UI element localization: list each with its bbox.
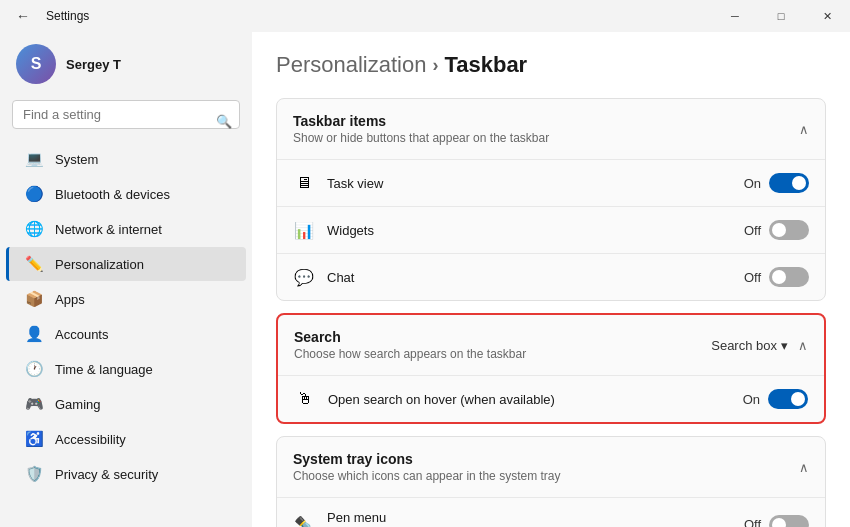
titlebar: ← Settings ─ □ ✕	[0, 0, 850, 32]
toggle-chat[interactable]	[769, 267, 809, 287]
titlebar-left: ← Settings	[12, 6, 89, 26]
toggle-open-search-hover[interactable]	[768, 389, 808, 409]
sidebar-item-accounts[interactable]: 👤 Accounts	[6, 317, 246, 351]
settings-item-open-search-hover: 🖱 Open search on hover (when available) …	[278, 375, 824, 422]
settings-item-widgets: 📊 Widgets Off	[277, 206, 825, 253]
breadcrumb-sep: ›	[432, 55, 438, 76]
toggle-task-view[interactable]	[769, 173, 809, 193]
network-icon: 🌐	[25, 220, 43, 238]
item-left-open-search-hover: 🖱 Open search on hover (when available)	[294, 388, 555, 410]
page-header: Personalization › Taskbar	[276, 52, 826, 78]
item-left-pen-menu: ✒️ Pen menu Show pen menu icon when pen …	[293, 510, 524, 527]
toggle-knob-pen-menu	[772, 518, 786, 528]
app-body: S Sergey T 🔍 💻 System 🔵 Bluetooth & devi…	[0, 32, 850, 527]
accessibility-icon: ♿	[25, 430, 43, 448]
taskbar-items-title: Taskbar items	[293, 113, 549, 129]
titlebar-title: Settings	[46, 9, 89, 23]
item-value-task-view: On	[744, 176, 761, 191]
titlebar-controls: ─ □ ✕	[712, 0, 850, 32]
accounts-icon: 👤	[25, 325, 43, 343]
sidebar-item-bluetooth[interactable]: 🔵 Bluetooth & devices	[6, 177, 246, 211]
item-left-task-view: 🖥 Task view	[293, 172, 383, 194]
item-value-open-search-hover: On	[743, 392, 760, 407]
sidebar-item-label-accounts: Accounts	[55, 327, 108, 342]
avatar: S	[16, 44, 56, 84]
close-button[interactable]: ✕	[804, 0, 850, 32]
system-tray-subtitle: Choose which icons can appear in the sys…	[293, 469, 560, 483]
item-label-widgets: Widgets	[327, 223, 374, 238]
sidebar-item-label-network: Network & internet	[55, 222, 162, 237]
sidebar-item-label-system: System	[55, 152, 98, 167]
search-subtitle: Choose how search appears on the taskbar	[294, 347, 526, 361]
item-right-chat: Off	[744, 267, 809, 287]
sidebar-item-accessibility[interactable]: ♿ Accessibility	[6, 422, 246, 456]
item-left-chat: 💬 Chat	[293, 266, 354, 288]
sidebar-item-label-bluetooth: Bluetooth & devices	[55, 187, 170, 202]
search-dropdown[interactable]: Search box ▾	[711, 338, 788, 353]
toggle-knob-task-view	[792, 176, 806, 190]
item-label-chat: Chat	[327, 270, 354, 285]
item-label-task-view: Task view	[327, 176, 383, 191]
sidebar-item-personalization[interactable]: ✏️ Personalization	[6, 247, 246, 281]
task-view-icon: 🖥	[293, 172, 315, 194]
taskbar-items-list: 🖥 Task view On 📊 Widgets	[277, 159, 825, 300]
search-items-list: 🖱 Open search on hover (when available) …	[278, 375, 824, 422]
search-section: Search Choose how search appears on the …	[276, 313, 826, 424]
sidebar: S Sergey T 🔍 💻 System 🔵 Bluetooth & devi…	[0, 32, 252, 527]
breadcrumb: Personalization › Taskbar	[276, 52, 826, 78]
apps-icon: 📦	[25, 290, 43, 308]
system-tray-header-text: System tray icons Choose which icons can…	[293, 451, 560, 483]
chat-icon: 💬	[293, 266, 315, 288]
page-title: Taskbar	[444, 52, 527, 78]
bluetooth-icon: 🔵	[25, 185, 43, 203]
sidebar-item-system[interactable]: 💻 System	[6, 142, 246, 176]
sidebar-item-label-apps: Apps	[55, 292, 85, 307]
toggle-knob-open-search-hover	[791, 392, 805, 406]
sidebar-item-gaming[interactable]: 🎮 Gaming	[6, 387, 246, 421]
sidebar-item-time[interactable]: 🕐 Time & language	[6, 352, 246, 386]
search-container: 🔍	[0, 100, 252, 141]
maximize-button[interactable]: □	[758, 0, 804, 32]
sidebar-item-label-personalization: Personalization	[55, 257, 144, 272]
minimize-button[interactable]: ─	[712, 0, 758, 32]
sidebar-item-network[interactable]: 🌐 Network & internet	[6, 212, 246, 246]
sidebar-item-label-accessibility: Accessibility	[55, 432, 126, 447]
settings-item-chat: 💬 Chat Off	[277, 253, 825, 300]
breadcrumb-parent: Personalization	[276, 52, 426, 78]
sidebar-item-apps[interactable]: 📦 Apps	[6, 282, 246, 316]
gaming-icon: 🎮	[25, 395, 43, 413]
settings-item-pen-menu: ✒️ Pen menu Show pen menu icon when pen …	[277, 497, 825, 527]
item-value-chat: Off	[744, 270, 761, 285]
item-value-widgets: Off	[744, 223, 761, 238]
item-right-widgets: Off	[744, 220, 809, 240]
search-input[interactable]	[12, 100, 240, 129]
search-section-header[interactable]: Search Choose how search appears on the …	[278, 315, 824, 375]
search-title: Search	[294, 329, 526, 345]
sidebar-item-label-time: Time & language	[55, 362, 153, 377]
taskbar-items-section: Taskbar items Show or hide buttons that …	[276, 98, 826, 301]
settings-item-task-view: 🖥 Task view On	[277, 159, 825, 206]
toggle-knob-chat	[772, 270, 786, 284]
system-tray-section: System tray icons Choose which icons can…	[276, 436, 826, 527]
taskbar-items-subtitle: Show or hide buttons that appear on the …	[293, 131, 549, 145]
sidebar-item-privacy[interactable]: 🛡️ Privacy & security	[6, 457, 246, 491]
system-tray-header[interactable]: System tray icons Choose which icons can…	[277, 437, 825, 497]
time-icon: 🕐	[25, 360, 43, 378]
toggle-widgets[interactable]	[769, 220, 809, 240]
system-tray-items-list: ✒️ Pen menu Show pen menu icon when pen …	[277, 497, 825, 527]
user-name: Sergey T	[66, 57, 121, 72]
toggle-pen-menu[interactable]	[769, 515, 809, 528]
system-icon: 💻	[25, 150, 43, 168]
main-content: Personalization › Taskbar Taskbar items …	[252, 32, 850, 527]
item-right-task-view: On	[744, 173, 809, 193]
back-button[interactable]: ←	[12, 6, 34, 26]
widgets-icon: 📊	[293, 219, 315, 241]
item-label-pen-menu: Pen menu	[327, 510, 524, 525]
taskbar-items-header[interactable]: Taskbar items Show or hide buttons that …	[277, 99, 825, 159]
open-search-hover-icon: 🖱	[294, 388, 316, 410]
search-icon: 🔍	[216, 113, 232, 128]
privacy-icon: 🛡️	[25, 465, 43, 483]
dropdown-arrow-icon: ▾	[781, 338, 788, 353]
search-chevron: ∧	[798, 338, 808, 353]
system-tray-chevron: ∧	[799, 460, 809, 475]
